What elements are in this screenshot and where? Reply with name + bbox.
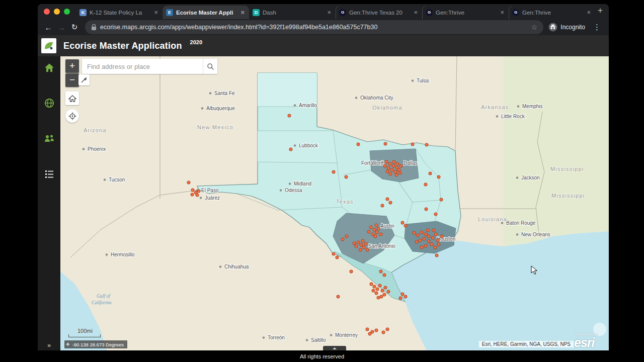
- map-point[interactable]: [364, 242, 367, 245]
- map-point[interactable]: [440, 198, 443, 201]
- map-point[interactable]: [399, 164, 403, 167]
- map-point[interactable]: [366, 248, 369, 251]
- zoom-in-button[interactable]: +: [65, 59, 79, 73]
- tab-close-icon[interactable]: ×: [326, 9, 332, 16]
- reload-icon[interactable]: ↻: [68, 23, 81, 32]
- map-point[interactable]: [434, 246, 437, 249]
- map-point[interactable]: [373, 285, 376, 288]
- map-point[interactable]: [426, 229, 429, 232]
- map-point[interactable]: [429, 172, 432, 175]
- map-point[interactable]: [436, 239, 439, 242]
- map-point[interactable]: [196, 194, 199, 197]
- map-point[interactable]: [389, 172, 392, 175]
- browser-tab[interactable]: DDash×: [249, 6, 336, 19]
- tab-close-icon[interactable]: ×: [153, 9, 159, 16]
- map-point[interactable]: [399, 297, 402, 300]
- map-point[interactable]: [384, 142, 387, 145]
- map-point[interactable]: [381, 289, 384, 292]
- map-point[interactable]: [386, 198, 389, 201]
- sidebar-legend-widget-button[interactable]: [38, 167, 60, 180]
- map-point[interactable]: [392, 160, 395, 163]
- map-point[interactable]: [375, 292, 378, 295]
- tab-close-icon[interactable]: ×: [499, 9, 505, 16]
- new-tab-button[interactable]: +: [593, 6, 609, 18]
- map-point[interactable]: [289, 148, 292, 151]
- map-point[interactable]: [423, 237, 426, 240]
- sidebar-group-widget-button[interactable]: [38, 132, 60, 145]
- search-button[interactable]: [203, 59, 217, 74]
- zoom-window-button[interactable]: [64, 9, 70, 15]
- my-location-button[interactable]: [65, 109, 79, 123]
- browser-tab[interactable]: GGen:Thrive×: [509, 6, 595, 19]
- map-point[interactable]: [345, 175, 348, 178]
- map-point[interactable]: [377, 227, 380, 230]
- map-point[interactable]: [197, 190, 200, 193]
- map-point[interactable]: [355, 245, 358, 248]
- region-west-texas[interactable]: [258, 131, 337, 163]
- browser-menu-icon[interactable]: ⋮: [589, 23, 605, 32]
- map-point[interactable]: [350, 270, 353, 273]
- map-point[interactable]: [187, 181, 190, 184]
- map-point[interactable]: [432, 229, 435, 232]
- map-point[interactable]: [368, 332, 371, 335]
- map-point[interactable]: [434, 213, 437, 216]
- map-point[interactable]: [416, 234, 419, 237]
- map-point[interactable]: [440, 235, 443, 238]
- map-point[interactable]: [392, 164, 395, 167]
- map-point[interactable]: [345, 235, 348, 238]
- search-input[interactable]: [82, 59, 203, 74]
- map-point[interactable]: [288, 114, 291, 117]
- minimize-window-button[interactable]: [54, 9, 60, 15]
- attribute-table-toggle[interactable]: [323, 346, 346, 350]
- map-point[interactable]: [424, 233, 427, 236]
- map-point[interactable]: [419, 239, 422, 242]
- map-point[interactable]: [411, 143, 414, 146]
- map-point[interactable]: [372, 289, 375, 292]
- map-point[interactable]: [425, 143, 428, 146]
- map-point[interactable]: [357, 143, 360, 146]
- map-point[interactable]: [362, 246, 365, 249]
- map-point[interactable]: [434, 233, 437, 236]
- map-point[interactable]: [386, 328, 389, 331]
- map-point[interactable]: [332, 252, 335, 255]
- map-point[interactable]: [374, 235, 377, 238]
- map-point[interactable]: [383, 164, 386, 167]
- sidebar-home-widget-button[interactable]: [38, 61, 60, 74]
- map-point[interactable]: [337, 295, 340, 298]
- map-point[interactable]: [361, 239, 364, 242]
- region-panhandle[interactable]: [258, 73, 317, 107]
- map-point[interactable]: [404, 224, 407, 227]
- map-point[interactable]: [373, 228, 376, 231]
- map-point[interactable]: [394, 170, 397, 173]
- map-point[interactable]: [375, 231, 378, 234]
- browser-tab[interactable]: GGen:Thrive Texas 20×: [336, 6, 422, 19]
- basemap[interactable]: Santa FeAlbuquerqueAmarilloOklahoma City…: [60, 56, 609, 350]
- map-point[interactable]: [413, 231, 416, 234]
- browser-tab[interactable]: GGen:Thrive×: [422, 6, 509, 19]
- map-point[interactable]: [379, 233, 382, 236]
- map-point[interactable]: [379, 270, 382, 273]
- map-point[interactable]: [386, 170, 389, 173]
- tab-close-icon[interactable]: ×: [239, 9, 246, 16]
- map-point[interactable]: [424, 183, 427, 186]
- map-point[interactable]: [397, 168, 400, 171]
- map-point[interactable]: [398, 171, 401, 174]
- close-window-button[interactable]: [44, 9, 50, 15]
- map-tool-button[interactable]: [78, 74, 90, 85]
- browser-tab[interactable]: KK-12 State Policy La×: [76, 6, 163, 19]
- map-point[interactable]: [431, 236, 434, 239]
- map-point[interactable]: [353, 242, 356, 245]
- map-point[interactable]: [357, 241, 360, 244]
- map-point[interactable]: [191, 189, 194, 192]
- map-point[interactable]: [401, 221, 404, 224]
- map-point[interactable]: [378, 284, 381, 287]
- map-point[interactable]: [369, 226, 372, 229]
- map-point[interactable]: [404, 295, 407, 298]
- zoom-out-button[interactable]: −: [65, 73, 79, 87]
- map-point[interactable]: [366, 328, 369, 331]
- map-point[interactable]: [383, 274, 386, 277]
- map-point[interactable]: [385, 160, 388, 163]
- sidebar-basemap-widget-button[interactable]: [38, 97, 60, 110]
- map-point[interactable]: [424, 244, 427, 247]
- map-point[interactable]: [191, 193, 194, 196]
